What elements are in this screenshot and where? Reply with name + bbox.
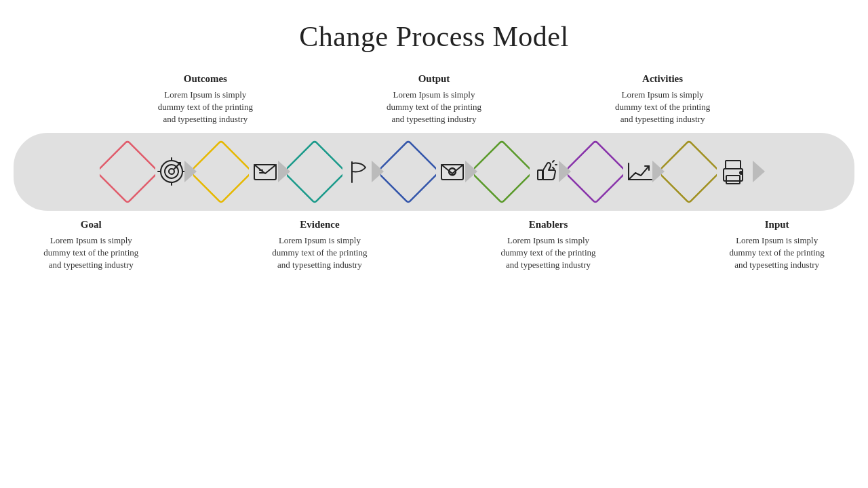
outcomes-icon-container — [249, 155, 281, 188]
outcomes-title: Outcomes — [151, 73, 260, 85]
evidence-text: Lorem Ipsum is simply dummy text of the … — [265, 235, 374, 272]
arrow-5 — [559, 161, 571, 182]
activities-title: Activities — [608, 73, 717, 85]
page-title: Change Process Model — [299, 20, 568, 53]
svg-rect-13 — [287, 140, 342, 203]
evidence-title: Evidence — [265, 219, 374, 230]
top-label-output: Output Lorem Ipsum is simply dummy text … — [380, 73, 488, 126]
bottom-label-input: Input Lorem Ipsum is simply dummy text o… — [723, 219, 831, 272]
process-track — [14, 133, 854, 211]
svg-point-30 — [740, 171, 743, 174]
svg-point-3 — [169, 169, 174, 174]
svg-rect-26 — [661, 140, 717, 203]
top-labels: Outcomes Lorem Ipsum is simply dummy tex… — [14, 73, 854, 126]
output-text: Lorem Ipsum is simply dummy text of the … — [380, 89, 488, 126]
bottom-label-enablers: Enablers Lorem Ipsum is simply dummy tex… — [494, 219, 603, 272]
svg-rect-29 — [726, 176, 740, 184]
chart-icon — [623, 155, 656, 188]
printer-icon — [717, 155, 749, 188]
enablers-title: Enablers — [494, 219, 603, 230]
input-shape-wrapper — [661, 140, 749, 204]
svg-line-22 — [553, 167, 554, 169]
top-label-activities: Activities Lorem Ipsum is simply dummy t… — [608, 73, 717, 126]
goal-title: Goal — [37, 219, 145, 230]
enablers-shape-wrapper — [474, 140, 562, 204]
input-icon-container — [717, 155, 749, 188]
arrow-7 — [753, 161, 765, 182]
svg-line-20 — [553, 161, 554, 162]
activities-icon-container — [623, 155, 656, 188]
outcomes-text: Lorem Ipsum is simply dummy text of the … — [151, 89, 260, 126]
enablers-diamond — [474, 140, 530, 204]
input-diamond — [661, 140, 717, 204]
shapes-row — [27, 140, 841, 204]
activities-shape-wrapper — [568, 140, 656, 204]
arrow-3 — [372, 161, 384, 182]
arrow-4 — [465, 161, 477, 182]
activities-diamond — [568, 140, 623, 204]
outcomes-diamond — [193, 140, 249, 204]
input-text: Lorem Ipsum is simply dummy text of the … — [723, 235, 831, 272]
arrow-1 — [184, 161, 197, 182]
input-title: Input — [723, 219, 831, 230]
enablers-text: Lorem Ipsum is simply dummy text of the … — [494, 235, 603, 272]
output-shape-wrapper — [380, 140, 469, 204]
goal-text: Lorem Ipsum is simply dummy text of the … — [37, 235, 145, 272]
svg-rect-9 — [193, 140, 249, 203]
evidence-diamond — [287, 140, 342, 204]
activities-text: Lorem Ipsum is simply dummy text of the … — [608, 89, 717, 126]
output-icon-container — [436, 155, 469, 188]
goal-icon — [155, 155, 188, 188]
svg-rect-0 — [100, 140, 155, 203]
outcomes-shape-wrapper — [193, 140, 281, 204]
goal-icon-container — [155, 155, 188, 188]
enablers-icon-container — [530, 155, 562, 188]
envelope-icon — [249, 155, 281, 188]
svg-rect-15 — [380, 140, 436, 203]
thumbsup-icon — [530, 155, 562, 188]
arrow-2 — [278, 161, 290, 182]
email-at-icon — [436, 155, 469, 188]
evidence-shape-wrapper — [287, 140, 375, 204]
content-area: Outcomes Lorem Ipsum is simply dummy tex… — [14, 73, 854, 474]
goal-shape-wrapper — [100, 140, 188, 204]
page: Change Process Model Outcomes Lorem Ipsu… — [0, 0, 868, 488]
bottom-labels: Goal Lorem Ipsum is simply dummy text of… — [14, 219, 854, 272]
svg-rect-27 — [726, 161, 741, 169]
svg-rect-18 — [474, 140, 530, 203]
arrow-6 — [652, 161, 665, 182]
svg-rect-23 — [568, 140, 623, 203]
flag-icon — [342, 155, 375, 188]
evidence-icon-container — [342, 155, 375, 188]
bottom-label-goal: Goal Lorem Ipsum is simply dummy text of… — [37, 219, 145, 272]
svg-rect-19 — [538, 170, 542, 180]
output-title: Output — [380, 73, 488, 85]
bottom-label-evidence: Evidence Lorem Ipsum is simply dummy tex… — [265, 219, 374, 272]
top-label-outcomes: Outcomes Lorem Ipsum is simply dummy tex… — [151, 73, 260, 126]
goal-diamond — [100, 140, 155, 204]
output-diamond — [380, 140, 436, 204]
